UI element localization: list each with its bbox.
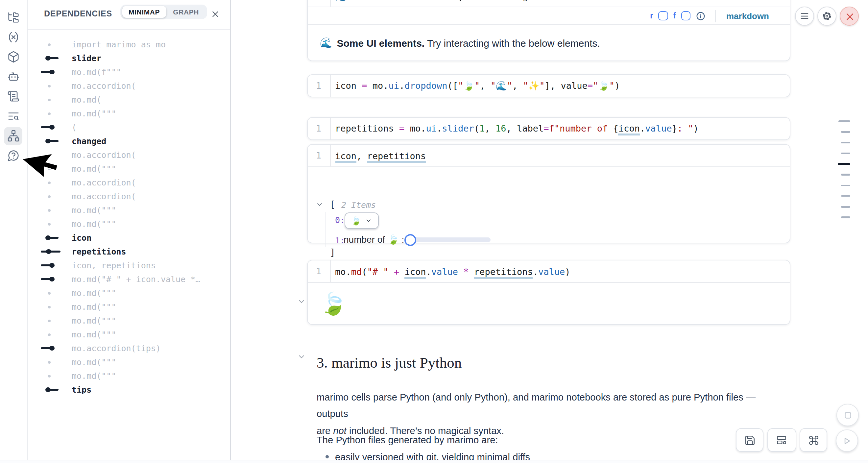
scroll-cell-marker[interactable] — [841, 195, 850, 197]
minimap-row[interactable]: mo.accordion(tips) — [27, 341, 229, 355]
intro-output: 🌊 Some UI elements. Try interacting with… — [307, 25, 789, 61]
stop-button[interactable] — [836, 404, 859, 426]
minimap-row[interactable]: mo.md( — [27, 93, 229, 106]
cell-slider[interactable]: 1 repetitions = mo.ui.slider(1, 16, labe… — [307, 117, 790, 140]
bullet-dot — [325, 455, 329, 458]
minimap-row[interactable]: mo.md(""" — [27, 328, 229, 341]
dependency-marker-icon — [41, 134, 63, 148]
leaf-emoji-large: 🍃 — [320, 290, 347, 316]
chevron-down-icon[interactable] — [298, 298, 305, 305]
scroll-cell-marker[interactable] — [841, 142, 850, 143]
tab-minimap[interactable]: MINIMAP — [122, 6, 166, 18]
dependency-marker-icon — [41, 300, 63, 314]
reactive-checkbox[interactable] — [658, 11, 668, 21]
minimap-row[interactable]: import marimo as mo — [27, 37, 229, 51]
minimap-row[interactable]: mo.md(""" — [27, 369, 229, 383]
minimap-row[interactable]: icon, repetitions — [27, 258, 229, 272]
minimap-row[interactable]: mo.md(""" — [27, 203, 229, 217]
rail-logs-scroll-icon[interactable] — [4, 87, 22, 105]
scroll-cell-marker[interactable] — [841, 184, 850, 186]
line-number-gutter: 1 — [307, 0, 331, 7]
dropdown-select[interactable]: 🍃 — [344, 212, 378, 229]
minimap-row[interactable]: mo.md(""" — [27, 300, 229, 314]
minimap-row[interactable]: mo.md(""" — [27, 314, 229, 328]
stop-icon — [842, 410, 853, 420]
cell-md-repeat[interactable]: 1 mo.md("# " + icon.value * repetitions.… — [307, 260, 790, 325]
minimap-row-label: mo.md(""" — [72, 371, 116, 381]
minimap-row[interactable]: mo.accordion( — [27, 189, 229, 203]
minimap-row[interactable]: ( — [27, 120, 229, 134]
md-repeat-output: 🍃 — [307, 283, 789, 323]
tree-key-0: 0: — [335, 215, 345, 225]
shutdown-button[interactable] — [839, 7, 859, 26]
minimap-row[interactable]: changed — [27, 134, 229, 148]
minimap-row-label: mo.accordion( — [72, 178, 136, 187]
cell-tuple[interactable]: 1 icon, repetitions [2 Items 0: 🍃 1: num… — [307, 144, 790, 243]
keyboard-shortcuts-button[interactable] — [799, 428, 827, 452]
minimap-row[interactable]: mo.md(""" — [27, 286, 229, 300]
slider-track[interactable] — [407, 238, 490, 242]
close-panel-button[interactable] — [210, 8, 221, 20]
scroll-cell-marker[interactable] — [837, 163, 850, 165]
rail-file-tree-icon[interactable] — [4, 8, 22, 27]
tab-graph[interactable]: GRAPH — [166, 6, 206, 18]
rail-ai-bot-icon[interactable] — [4, 67, 22, 86]
dependency-marker-icon — [41, 203, 63, 217]
tuple-code-line[interactable]: icon, repetitions — [331, 150, 426, 161]
minimap-row[interactable]: mo.md("# " + icon.value *… — [27, 272, 229, 286]
slider-thumb[interactable] — [404, 234, 416, 246]
minimap-row-label: icon, repetitions — [72, 260, 156, 270]
language-toggle-markdown[interactable]: markdown — [726, 11, 769, 21]
minimap-row[interactable]: mo.md(""" — [27, 355, 229, 369]
rail-variables-icon[interactable] — [4, 28, 22, 47]
slider-code-line[interactable]: repetitions = mo.ui.slider(1, 16, label=… — [331, 123, 699, 133]
bottom-edge — [0, 460, 868, 463]
run-all-button[interactable] — [835, 429, 858, 452]
minimap-row[interactable]: repetitions — [27, 245, 229, 258]
minimap-row-label: mo.md(""" — [72, 205, 116, 215]
tuple-output-tree: [2 Items 0: 🍃 1: number of 🍃 : ] — [307, 167, 789, 243]
settings-button[interactable] — [817, 7, 836, 26]
md-repeat-code-line[interactable]: mo.md("# " + icon.value * repetitions.va… — [331, 266, 570, 277]
dependency-marker-icon — [41, 245, 63, 258]
notebook-area: 1 🌊 Some UI elements. Try interacting wi… — [230, 0, 868, 463]
scroll-cell-marker[interactable] — [841, 153, 850, 154]
save-button[interactable] — [736, 428, 764, 452]
minimap-row-label: tips — [72, 385, 91, 395]
minimap-row[interactable]: tips — [27, 383, 229, 397]
chevron-down-icon[interactable] — [316, 201, 322, 208]
minimap-row[interactable]: mo.accordion( — [27, 79, 229, 93]
format-checkbox[interactable] — [681, 11, 691, 21]
menu-button[interactable] — [795, 7, 814, 26]
cell-dropdown[interactable]: 1 icon = mo.ui.dropdown(["🍃", "🌊", "✨"],… — [307, 74, 790, 97]
section-heading: 3. marimo is just Python — [317, 354, 462, 372]
scroll-cell-marker[interactable] — [841, 174, 850, 176]
minimap-row[interactable]: slider — [27, 51, 229, 65]
layout-button[interactable] — [767, 428, 796, 452]
scroll-cell-marker[interactable] — [838, 120, 850, 122]
minimap-row[interactable]: icon — [27, 231, 229, 245]
rail-dependency-graph-icon[interactable] — [4, 127, 22, 145]
chevron-down-icon[interactable] — [298, 353, 305, 361]
rail-packages-icon[interactable] — [4, 48, 22, 66]
intro-output-bold: Some UI elements. — [337, 37, 425, 48]
dependency-marker-icon — [41, 314, 63, 328]
info-icon[interactable] — [696, 11, 706, 21]
scroll-cell-marker[interactable] — [841, 206, 850, 208]
minimap-row[interactable]: mo.md(f""" — [27, 65, 229, 79]
minimap-row[interactable]: mo.md(""" — [27, 217, 229, 231]
minimap-row[interactable]: mo.md(""" — [27, 106, 229, 120]
minimap-list: import marimo as moslidermo.md(f"""mo.ac… — [27, 37, 229, 397]
rail-snippets-search-icon[interactable] — [4, 107, 22, 125]
cell-intro-markdown[interactable]: 1 🌊 Some UI elements. Try interacting wi… — [307, 0, 790, 61]
scroll-cell-marker[interactable] — [841, 131, 850, 133]
minimap-row-label: mo.md(""" — [72, 219, 116, 229]
dependency-marker-icon — [41, 65, 63, 79]
rail-help-icon[interactable] — [4, 146, 22, 165]
dependency-marker-icon — [41, 189, 63, 203]
intro-code-editor[interactable]: 1 🌊 Some UI elements. Try interacting wi… — [307, 0, 789, 7]
dropdown-code-line[interactable]: icon = mo.ui.dropdown(["🍃", "🌊", "✨"], v… — [331, 80, 620, 91]
minimap-graph-toggle: MINIMAP GRAPH — [120, 5, 207, 19]
panel-title: DEPENDENCIES — [44, 9, 112, 19]
scroll-cell-marker[interactable] — [841, 217, 850, 218]
